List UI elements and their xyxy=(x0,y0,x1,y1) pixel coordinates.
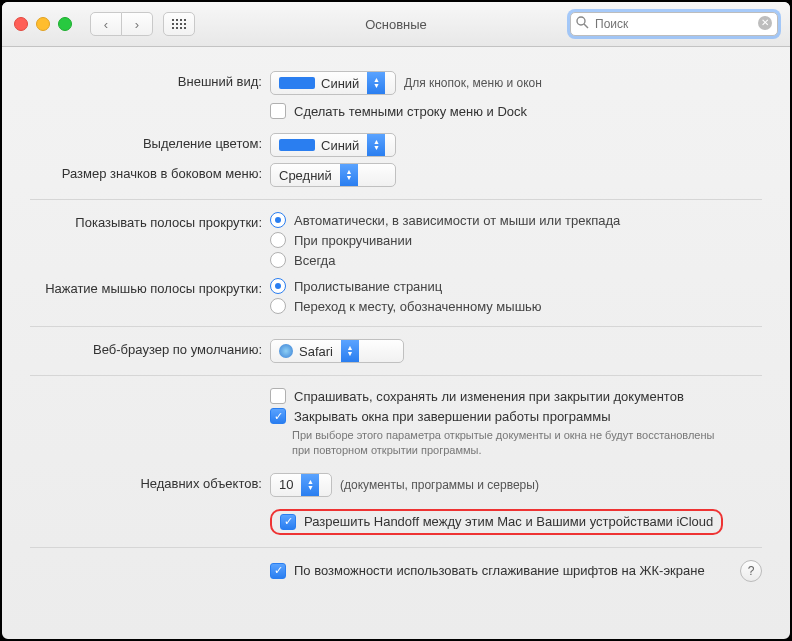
recent-suffix: (документы, программы и серверы) xyxy=(340,478,539,492)
window-controls xyxy=(14,17,72,31)
stepper-icon: ▲▼ xyxy=(340,164,358,186)
show-all-button[interactable] xyxy=(163,12,195,36)
color-swatch-icon xyxy=(279,77,315,89)
scroll-click-label: Нажатие мышью полосы прокрутки: xyxy=(30,278,270,296)
sidebar-icons-label: Размер значков в боковом меню: xyxy=(30,163,270,181)
close-icon[interactable] xyxy=(14,17,28,31)
clear-search-icon[interactable]: ✕ xyxy=(758,16,772,30)
appearance-value: Синий xyxy=(321,76,359,91)
svg-line-1 xyxy=(584,24,588,28)
scroll-click-opt-page: Пролистывание страниц xyxy=(294,279,442,294)
dark-menu-label: Сделать темными строку меню и Dock xyxy=(294,104,527,119)
scrollbars-label: Показывать полосы прокрутки: xyxy=(30,212,270,230)
recent-label: Недавних объектов: xyxy=(30,473,270,491)
recent-select[interactable]: 10 ▲▼ xyxy=(270,473,332,497)
separator xyxy=(30,199,762,200)
scrollbars-radio-scrolling[interactable] xyxy=(270,232,286,248)
scrollbars-radio-always[interactable] xyxy=(270,252,286,268)
scroll-click-radio-page[interactable] xyxy=(270,278,286,294)
titlebar: ‹ › Основные ✕ xyxy=(2,2,790,47)
scrollbars-opt-always: Всегда xyxy=(294,253,335,268)
browser-select[interactable]: Safari ▲▼ xyxy=(270,339,404,363)
sidebar-icons-value: Средний xyxy=(279,168,332,183)
separator xyxy=(30,326,762,327)
appearance-note: Для кнопок, меню и окон xyxy=(404,76,542,90)
appearance-select[interactable]: Синий ▲▼ xyxy=(270,71,396,95)
color-swatch-icon xyxy=(279,139,315,151)
close-windows-label: Закрывать окна при завершении работы про… xyxy=(294,409,611,424)
scrollbars-opt-scrolling: При прокручивании xyxy=(294,233,412,248)
font-smoothing-label: По возможности использовать сглаживание … xyxy=(294,563,705,578)
scrollbars-radio-auto[interactable] xyxy=(270,212,286,228)
search-input[interactable] xyxy=(570,12,778,36)
zoom-icon[interactable] xyxy=(58,17,72,31)
scrollbars-opt-auto: Автоматически, в зависимости от мыши или… xyxy=(294,213,620,228)
help-button[interactable]: ? xyxy=(740,560,762,582)
stepper-icon: ▲▼ xyxy=(341,340,359,362)
font-smoothing-checkbox[interactable]: ✓ xyxy=(270,563,286,579)
sidebar-icons-select[interactable]: Средний ▲▼ xyxy=(270,163,396,187)
highlight-label: Выделение цветом: xyxy=(30,133,270,151)
svg-point-0 xyxy=(577,17,585,25)
close-windows-note: При выборе этого параметра открытые доку… xyxy=(270,428,722,459)
stepper-icon: ▲▼ xyxy=(301,474,319,496)
grid-icon xyxy=(172,19,187,30)
scroll-click-opt-spot: Переход к месту, обозначенному мышью xyxy=(294,299,542,314)
ask-save-label: Спрашивать, сохранять ли изменения при з… xyxy=(294,389,684,404)
stepper-icon: ▲▼ xyxy=(367,72,385,94)
recent-value: 10 xyxy=(279,477,293,492)
highlight-value: Синий xyxy=(321,138,359,153)
ask-save-checkbox[interactable] xyxy=(270,388,286,404)
appearance-label: Внешний вид: xyxy=(30,71,270,89)
stepper-icon: ▲▼ xyxy=(367,134,385,156)
close-windows-checkbox[interactable]: ✓ xyxy=(270,408,286,424)
minimize-icon[interactable] xyxy=(36,17,50,31)
nav-buttons: ‹ › xyxy=(90,12,153,36)
browser-label: Веб-браузер по умолчанию: xyxy=(30,339,270,357)
separator xyxy=(30,375,762,376)
forward-button[interactable]: › xyxy=(122,12,153,36)
handoff-checkbox[interactable]: ✓ xyxy=(280,514,296,530)
browser-value: Safari xyxy=(299,344,333,359)
search-icon xyxy=(576,16,589,32)
highlight-select[interactable]: Синий ▲▼ xyxy=(270,133,396,157)
separator xyxy=(30,547,762,548)
preferences-window: ‹ › Основные ✕ Внешний вид: xyxy=(0,0,792,641)
safari-icon xyxy=(279,344,293,358)
back-button[interactable]: ‹ xyxy=(90,12,122,36)
scroll-click-radio-spot[interactable] xyxy=(270,298,286,314)
handoff-label: Разрешить Handoff между этим Mac и Вашим… xyxy=(304,514,713,529)
dark-menu-checkbox[interactable] xyxy=(270,103,286,119)
handoff-highlight: ✓ Разрешить Handoff между этим Mac и Ваш… xyxy=(270,509,723,535)
